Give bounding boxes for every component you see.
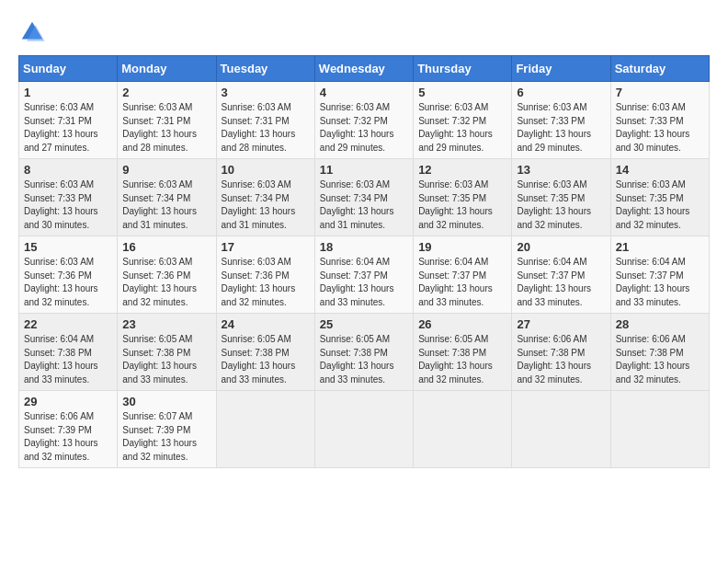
day-info: Sunrise: 6:04 AM Sunset: 7:38 PM Dayligh… (24, 333, 112, 386)
header-sunday: Sunday (19, 56, 118, 82)
calendar-cell: 23Sunrise: 6:05 AM Sunset: 7:38 PM Dayli… (118, 314, 216, 391)
calendar-cell: 26Sunrise: 6:05 AM Sunset: 7:38 PM Dayli… (414, 314, 512, 391)
day-info: Sunrise: 6:04 AM Sunset: 7:37 PM Dayligh… (320, 256, 408, 309)
day-info: Sunrise: 6:03 AM Sunset: 7:36 PM Dayligh… (122, 256, 210, 309)
day-number: 2 (122, 86, 210, 99)
calendar-week-3: 15Sunrise: 6:03 AM Sunset: 7:36 PM Dayli… (19, 236, 710, 314)
day-info: Sunrise: 6:03 AM Sunset: 7:36 PM Dayligh… (24, 256, 112, 309)
calendar-week-5: 29Sunrise: 6:06 AM Sunset: 7:39 PM Dayli… (19, 391, 710, 468)
header-saturday: Saturday (610, 56, 709, 82)
day-info: Sunrise: 6:03 AM Sunset: 7:35 PM Dayligh… (418, 178, 506, 232)
day-info: Sunrise: 6:03 AM Sunset: 7:32 PM Dayligh… (418, 101, 506, 155)
header-wednesday: Wednesday (314, 56, 413, 82)
day-info: Sunrise: 6:06 AM Sunset: 7:38 PM Dayligh… (616, 333, 704, 386)
calendar-cell: 18Sunrise: 6:04 AM Sunset: 7:37 PM Dayli… (314, 236, 413, 314)
calendar-cell (610, 391, 709, 468)
day-number: 25 (320, 317, 408, 331)
day-number: 27 (517, 317, 605, 331)
day-number: 1 (24, 86, 112, 99)
day-info: Sunrise: 6:03 AM Sunset: 7:34 PM Dayligh… (222, 178, 310, 232)
calendar-cell: 4Sunrise: 6:03 AM Sunset: 7:32 PM Daylig… (314, 82, 413, 159)
day-info: Sunrise: 6:03 AM Sunset: 7:33 PM Dayligh… (24, 178, 112, 232)
day-number: 6 (517, 86, 605, 99)
day-info: Sunrise: 6:06 AM Sunset: 7:39 PM Dayligh… (24, 410, 112, 464)
day-number: 4 (320, 86, 408, 99)
calendar-cell: 29Sunrise: 6:06 AM Sunset: 7:39 PM Dayli… (19, 391, 118, 468)
calendar-week-1: 1Sunrise: 6:03 AM Sunset: 7:31 PM Daylig… (19, 82, 710, 159)
calendar-cell: 2Sunrise: 6:03 AM Sunset: 7:31 PM Daylig… (118, 82, 216, 159)
day-info: Sunrise: 6:03 AM Sunset: 7:34 PM Dayligh… (320, 178, 408, 232)
calendar-cell: 25Sunrise: 6:05 AM Sunset: 7:38 PM Dayli… (314, 314, 413, 391)
day-number: 11 (320, 163, 408, 177)
day-info: Sunrise: 6:05 AM Sunset: 7:38 PM Dayligh… (122, 333, 210, 386)
calendar-cell: 17Sunrise: 6:03 AM Sunset: 7:36 PM Dayli… (216, 236, 314, 314)
day-number: 10 (222, 163, 310, 177)
day-number: 13 (517, 163, 605, 177)
calendar-week-2: 8Sunrise: 6:03 AM Sunset: 7:33 PM Daylig… (19, 159, 710, 236)
day-number: 8 (24, 163, 112, 177)
header-friday: Friday (512, 56, 610, 82)
day-info: Sunrise: 6:03 AM Sunset: 7:34 PM Dayligh… (122, 178, 210, 232)
day-info: Sunrise: 6:03 AM Sunset: 7:31 PM Dayligh… (24, 101, 112, 155)
day-number: 16 (122, 240, 210, 254)
calendar-cell: 6Sunrise: 6:03 AM Sunset: 7:33 PM Daylig… (512, 82, 610, 159)
day-number: 24 (222, 317, 310, 331)
day-info: Sunrise: 6:04 AM Sunset: 7:37 PM Dayligh… (616, 256, 704, 309)
calendar-cell: 16Sunrise: 6:03 AM Sunset: 7:36 PM Dayli… (118, 236, 216, 314)
calendar-cell: 30Sunrise: 6:07 AM Sunset: 7:39 PM Dayli… (118, 391, 216, 468)
calendar-cell: 20Sunrise: 6:04 AM Sunset: 7:37 PM Dayli… (512, 236, 610, 314)
calendar-cell: 15Sunrise: 6:03 AM Sunset: 7:36 PM Dayli… (19, 236, 118, 314)
day-info: Sunrise: 6:04 AM Sunset: 7:37 PM Dayligh… (418, 256, 506, 309)
day-number: 5 (418, 86, 506, 99)
calendar-cell: 22Sunrise: 6:04 AM Sunset: 7:38 PM Dayli… (19, 314, 118, 391)
day-number: 23 (122, 317, 210, 331)
day-number: 9 (122, 163, 210, 177)
day-number: 7 (616, 86, 704, 99)
day-info: Sunrise: 6:05 AM Sunset: 7:38 PM Dayligh… (320, 333, 408, 386)
calendar-cell: 28Sunrise: 6:06 AM Sunset: 7:38 PM Dayli… (610, 314, 709, 391)
calendar-cell: 5Sunrise: 6:03 AM Sunset: 7:32 PM Daylig… (414, 82, 512, 159)
day-number: 12 (418, 163, 506, 177)
calendar-cell: 19Sunrise: 6:04 AM Sunset: 7:37 PM Dayli… (414, 236, 512, 314)
day-info: Sunrise: 6:03 AM Sunset: 7:33 PM Dayligh… (517, 101, 605, 155)
day-info: Sunrise: 6:03 AM Sunset: 7:33 PM Dayligh… (616, 101, 704, 155)
calendar-cell (512, 391, 610, 468)
calendar-cell: 10Sunrise: 6:03 AM Sunset: 7:34 PM Dayli… (216, 159, 314, 236)
day-number: 21 (616, 240, 704, 254)
calendar-table: SundayMondayTuesdayWednesdayThursdayFrid… (18, 55, 710, 468)
day-info: Sunrise: 6:05 AM Sunset: 7:38 PM Dayligh… (222, 333, 310, 386)
day-number: 30 (122, 395, 210, 408)
calendar-cell (216, 391, 314, 468)
day-number: 14 (616, 163, 704, 177)
logo-icon (18, 18, 46, 46)
day-info: Sunrise: 6:03 AM Sunset: 7:32 PM Dayligh… (320, 101, 408, 155)
calendar-cell: 8Sunrise: 6:03 AM Sunset: 7:33 PM Daylig… (19, 159, 118, 236)
day-info: Sunrise: 6:07 AM Sunset: 7:39 PM Dayligh… (122, 410, 210, 464)
header-thursday: Thursday (414, 56, 512, 82)
calendar-cell: 9Sunrise: 6:03 AM Sunset: 7:34 PM Daylig… (118, 159, 216, 236)
calendar-cell: 12Sunrise: 6:03 AM Sunset: 7:35 PM Dayli… (414, 159, 512, 236)
calendar-cell: 24Sunrise: 6:05 AM Sunset: 7:38 PM Dayli… (216, 314, 314, 391)
day-number: 22 (24, 317, 112, 331)
day-number: 19 (418, 240, 506, 254)
day-info: Sunrise: 6:04 AM Sunset: 7:37 PM Dayligh… (517, 256, 605, 309)
day-number: 29 (24, 395, 112, 408)
calendar-header-row: SundayMondayTuesdayWednesdayThursdayFrid… (19, 56, 710, 82)
calendar-cell: 7Sunrise: 6:03 AM Sunset: 7:33 PM Daylig… (610, 82, 709, 159)
day-info: Sunrise: 6:03 AM Sunset: 7:35 PM Dayligh… (616, 178, 704, 232)
day-number: 20 (517, 240, 605, 254)
calendar-cell: 21Sunrise: 6:04 AM Sunset: 7:37 PM Dayli… (610, 236, 709, 314)
day-info: Sunrise: 6:06 AM Sunset: 7:38 PM Dayligh… (517, 333, 605, 386)
calendar-cell: 27Sunrise: 6:06 AM Sunset: 7:38 PM Dayli… (512, 314, 610, 391)
day-number: 26 (418, 317, 506, 331)
day-number: 3 (222, 86, 310, 99)
day-info: Sunrise: 6:03 AM Sunset: 7:31 PM Dayligh… (222, 101, 310, 155)
header-tuesday: Tuesday (216, 56, 314, 82)
calendar-cell: 14Sunrise: 6:03 AM Sunset: 7:35 PM Dayli… (610, 159, 709, 236)
page-header (18, 18, 710, 46)
calendar-cell: 1Sunrise: 6:03 AM Sunset: 7:31 PM Daylig… (19, 82, 118, 159)
day-info: Sunrise: 6:03 AM Sunset: 7:35 PM Dayligh… (517, 178, 605, 232)
day-info: Sunrise: 6:03 AM Sunset: 7:31 PM Dayligh… (122, 101, 210, 155)
calendar-cell (414, 391, 512, 468)
day-number: 28 (616, 317, 704, 331)
